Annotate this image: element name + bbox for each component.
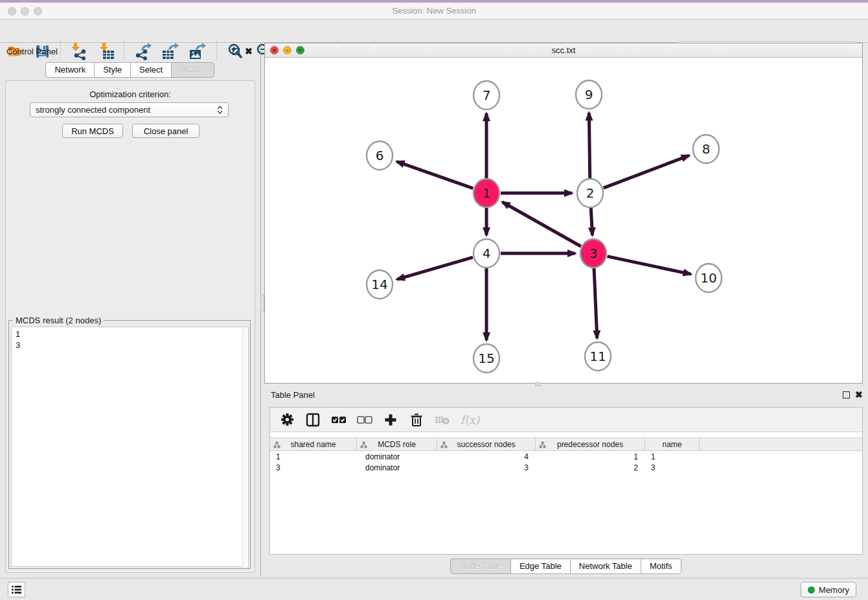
- mcds-panel: Optimization criterion: strongly connect…: [5, 80, 255, 573]
- graph-node-15[interactable]: 15: [474, 344, 499, 373]
- graph-edge-3-10[interactable]: [608, 257, 691, 275]
- control-panel: Control Panel ✖ Network Style Select MCD…: [0, 43, 260, 577]
- cell-predecessor-nodes[interactable]: 2: [536, 462, 645, 473]
- optimization-criterion-label: Optimization criterion:: [6, 89, 255, 99]
- mcds-result-title: MCDS result (2 nodes): [13, 316, 104, 325]
- graph-edge-2-9[interactable]: [589, 113, 589, 179]
- graph-node-4[interactable]: 4: [474, 239, 499, 268]
- tab-style[interactable]: Style: [94, 62, 131, 78]
- close-panel-button[interactable]: Close panel: [132, 124, 200, 138]
- graph-node-9[interactable]: 9: [576, 80, 602, 109]
- graph-node-14[interactable]: 14: [367, 270, 393, 299]
- network-view-title: scc.txt: [265, 45, 862, 55]
- table-panel-title: Table Panel: [271, 390, 315, 400]
- graph-node-11[interactable]: 11: [585, 342, 611, 371]
- mcds-result-textarea[interactable]: 1 3: [11, 327, 249, 567]
- main-toolbar: [0, 19, 868, 43]
- run-mcds-button[interactable]: Run MCDS: [62, 124, 123, 138]
- cell-mcds-role[interactable]: dominator: [357, 451, 437, 462]
- table-settings-gear-icon[interactable]: [279, 412, 295, 428]
- column-header-mcds-role[interactable]: MCDS role: [357, 438, 437, 450]
- cell-name[interactable]: 3: [645, 462, 700, 473]
- graph-node-3[interactable]: 3: [580, 239, 606, 268]
- table-toolbar: f(x): [270, 408, 862, 432]
- network-view-window: ✕ − + scc.txt 7968124314101511: [264, 43, 863, 384]
- graph-edge-1-6[interactable]: [396, 161, 473, 188]
- close-panel-icon[interactable]: ✖: [245, 46, 253, 56]
- column-label: predecessor nodes: [557, 440, 623, 449]
- cell-mcds-role[interactable]: dominator: [357, 462, 437, 473]
- node-label: 9: [585, 87, 593, 102]
- column-type-icon: [273, 441, 280, 448]
- column-label: successor nodes: [457, 440, 515, 449]
- list-icon: [11, 585, 22, 594]
- graph-edge-4-14[interactable]: [397, 257, 473, 279]
- node-label: 3: [589, 246, 598, 261]
- column-label: name: [662, 440, 681, 449]
- tab-mcds[interactable]: MCDS: [171, 62, 214, 78]
- delete-column-trash-icon[interactable]: [409, 412, 424, 428]
- tab-network-table[interactable]: Network Table: [570, 559, 641, 574]
- graph-node-1[interactable]: 1: [474, 179, 499, 207]
- control-panel-header: Control Panel ✖: [0, 43, 260, 61]
- node-label: 15: [478, 351, 494, 366]
- add-column-icon[interactable]: [383, 412, 398, 428]
- network-graph[interactable]: 7968124314101511: [265, 58, 862, 383]
- deselect-all-rows-icon[interactable]: [357, 412, 372, 428]
- cell-name[interactable]: 1: [645, 451, 700, 462]
- column-type-icon: [360, 441, 367, 448]
- select-all-rows-icon[interactable]: [331, 412, 347, 428]
- tab-node-table[interactable]: Node Table: [450, 559, 511, 574]
- table-panel: Table Panel ✖: [264, 386, 868, 577]
- tab-edge-table[interactable]: Edge Table: [510, 559, 571, 574]
- graph-node-7[interactable]: 7: [474, 81, 499, 110]
- status-bar: Memory: [0, 578, 868, 600]
- cell-filler: [700, 451, 862, 462]
- cell-predecessor-nodes[interactable]: 1: [536, 451, 645, 462]
- graph-node-6[interactable]: 6: [367, 141, 393, 170]
- tab-network[interactable]: Network: [45, 62, 95, 78]
- memory-label: Memory: [819, 585, 849, 595]
- split-table-view-icon[interactable]: [305, 412, 321, 428]
- tab-motifs[interactable]: Motifs: [641, 559, 681, 574]
- graph-edge-3-11[interactable]: [594, 268, 597, 338]
- graph-node-10[interactable]: 10: [696, 264, 722, 292]
- float-panel-icon[interactable]: [233, 48, 240, 55]
- optimization-criterion-dropdown[interactable]: strongly connected component: [30, 102, 229, 117]
- node-label: 4: [483, 246, 491, 261]
- column-type-icon: [539, 441, 546, 448]
- column-header-successor-nodes[interactable]: successor nodes: [437, 438, 536, 450]
- column-header-name[interactable]: name: [645, 438, 700, 450]
- result-line: 3: [16, 340, 248, 351]
- float-table-panel-icon[interactable]: [843, 391, 850, 398]
- table-panel-header: Table Panel ✖: [264, 386, 868, 404]
- function-builder-icon[interactable]: f(x): [461, 413, 479, 426]
- column-header-shared-name[interactable]: shared name: [270, 438, 357, 450]
- tab-select[interactable]: Select: [130, 62, 172, 78]
- graph-node-2[interactable]: 2: [577, 179, 603, 207]
- node-table-block: f(x) shared name MCDS role successor nod…: [269, 407, 863, 555]
- graph-edge-3-1[interactable]: [502, 202, 580, 246]
- close-table-panel-icon[interactable]: ✖: [855, 389, 863, 400]
- cell-shared-name[interactable]: 1: [270, 451, 357, 462]
- table-tabs: Node Table Edge Table Network Table Moti…: [264, 559, 868, 574]
- column-header-filler: [700, 438, 862, 450]
- graph-edge-2-8[interactable]: [604, 156, 689, 188]
- cell-successor-nodes[interactable]: 4: [437, 451, 536, 462]
- network-view-titlebar: ✕ − + scc.txt: [265, 43, 862, 58]
- table-row[interactable]: 1 dominator 4 1 1: [270, 451, 862, 462]
- cell-successor-nodes[interactable]: 3: [437, 462, 536, 473]
- destroy-table-icon[interactable]: [435, 412, 450, 428]
- graph-node-8[interactable]: 8: [693, 135, 719, 163]
- main-titlebar: Session: New Session: [0, 3, 868, 19]
- cell-shared-name[interactable]: 3: [270, 462, 357, 473]
- task-history-button[interactable]: [8, 582, 25, 597]
- result-scrollbar[interactable]: [242, 328, 247, 567]
- table-row[interactable]: 3 dominator 3 2 3: [270, 462, 862, 473]
- column-label: shared name: [290, 440, 336, 449]
- node-label: 6: [376, 148, 384, 163]
- memory-button[interactable]: Memory: [801, 582, 856, 597]
- column-header-predecessor-nodes[interactable]: predecessor nodes: [536, 438, 645, 450]
- graph-edge-2-3[interactable]: [591, 207, 592, 235]
- network-canvas[interactable]: 7968124314101511: [265, 58, 862, 383]
